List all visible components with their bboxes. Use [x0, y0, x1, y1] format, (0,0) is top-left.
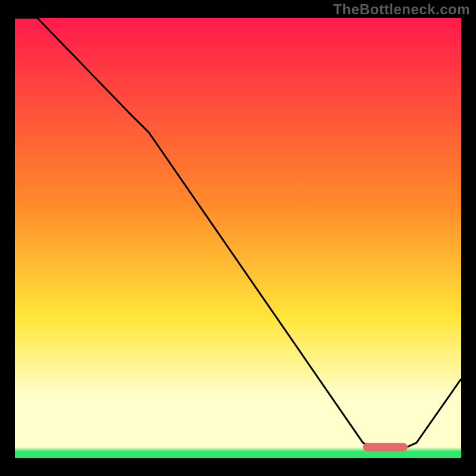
bottleneck-chart [15, 18, 461, 458]
chart-wrapper: TheBottleneck.com [0, 0, 476, 476]
watermark-text: TheBottleneck.com [333, 1, 470, 18]
plot-frame [15, 18, 461, 458]
optimal-region-marker [363, 443, 408, 452]
gradient-background [15, 18, 461, 458]
